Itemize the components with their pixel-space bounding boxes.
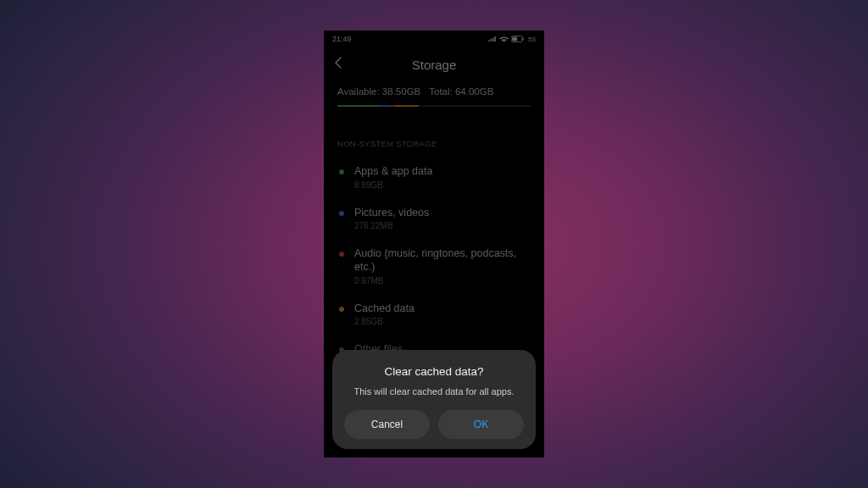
- clear-cache-dialog: Clear cached data? This will clear cache…: [332, 350, 536, 449]
- phone-frame: 21:49 53 Storage Available: 38.50GB Tota…: [324, 30, 544, 458]
- dialog-buttons: Cancel OK: [344, 410, 524, 439]
- cancel-button[interactable]: Cancel: [344, 410, 430, 439]
- dialog-title: Clear cached data?: [344, 365, 524, 378]
- dialog-message: This will clear cached data for all apps…: [344, 386, 524, 396]
- ok-button[interactable]: OK: [438, 410, 524, 439]
